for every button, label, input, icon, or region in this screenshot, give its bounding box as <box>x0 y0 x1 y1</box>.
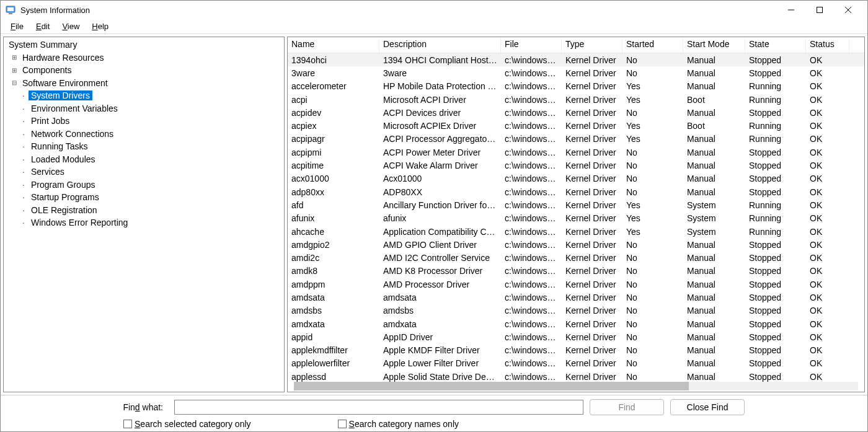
cell-type: Kernel Driver <box>562 68 622 78</box>
cell-start_mode: System <box>683 200 745 210</box>
find-input[interactable] <box>174 400 583 415</box>
cell-started: No <box>622 55 683 65</box>
table-row[interactable]: acpiexMicrosoft ACPIEx Driverc:\windows\… <box>288 119 864 132</box>
table-row[interactable]: amdsbsamdsbsc:\windows\s...Kernel Driver… <box>288 304 864 317</box>
cell-file: c:\windows\s... <box>501 332 562 342</box>
table-row[interactable]: ahcacheApplication Compatibility Cac...c… <box>288 225 864 238</box>
table-row[interactable]: adp80xxADP80XXc:\windows\s...Kernel Driv… <box>288 185 864 198</box>
cell-status: OK <box>806 253 849 263</box>
tree-root[interactable]: System Summary <box>4 38 284 51</box>
menu-view[interactable]: View <box>56 20 86 32</box>
collapse-icon[interactable]: ⊟ <box>10 79 19 87</box>
expand-icon[interactable]: ⊞ <box>10 53 19 62</box>
cell-description: Microsoft ACPI Driver <box>379 95 501 105</box>
cell-name: afd <box>288 200 379 210</box>
cell-type: Kernel Driver <box>562 345 622 355</box>
close-button[interactable] <box>834 1 862 19</box>
expand-icon[interactable]: ⊞ <box>10 66 19 74</box>
cell-state: Stopped <box>745 161 806 170</box>
find-button[interactable]: Find <box>590 399 664 415</box>
table-row[interactable]: applessdApple Solid State Drive Devicec:… <box>288 370 864 382</box>
table-row[interactable]: afdAncillary Function Driver for ...c:\w… <box>288 198 864 211</box>
table-row[interactable]: amdk8AMD K8 Processor Driverc:\windows\s… <box>288 265 864 278</box>
cell-name: adp80xx <box>288 187 379 197</box>
tree-item-loaded-modules[interactable]: ·Loaded Modules <box>4 153 284 166</box>
tree-item-services[interactable]: ·Services <box>4 165 284 179</box>
table-row[interactable]: accelerometerHP Mobile Data Protection S… <box>288 80 864 93</box>
table-row[interactable]: 1394ohci1394 OHCI Compliant Host C...c:\… <box>288 53 864 66</box>
tree-hardware[interactable]: ⊞ Hardware Resources <box>4 51 284 64</box>
cell-file: c:\windows\s... <box>501 134 562 144</box>
col-header-file[interactable]: File <box>501 37 562 53</box>
table-row[interactable]: amdgpio2AMD GPIO Client Driverc:\windows… <box>288 238 864 251</box>
tree-components[interactable]: ⊞ Components <box>4 64 284 77</box>
col-header-state[interactable]: State <box>745 37 806 53</box>
cell-started: No <box>622 280 683 289</box>
table-row[interactable]: amdppmAMD Processor Driverc:\windows\s..… <box>288 278 864 291</box>
maximize-button[interactable] <box>805 1 834 19</box>
menu-edit[interactable]: Edit <box>30 20 56 32</box>
menu-help[interactable]: Help <box>86 20 115 32</box>
table-row[interactable]: acpiMicrosoft ACPI Driverc:\windows\s...… <box>288 93 864 106</box>
menu-file[interactable]: File <box>4 20 30 32</box>
cell-status: OK <box>806 68 849 78</box>
table-row[interactable]: applelowerfilterApple Lower Filter Drive… <box>288 357 864 370</box>
cell-state: Running <box>745 213 806 223</box>
search-names-checkbox[interactable]: Search category names only <box>338 419 459 429</box>
table-row[interactable]: acpipmiACPI Power Meter Driverc:\windows… <box>288 146 864 159</box>
table-row[interactable]: afunixafunixc:\windows\s...Kernel Driver… <box>288 212 864 225</box>
horizontal-scrollbar[interactable] <box>294 382 858 390</box>
cell-file: c:\windows\s... <box>501 55 562 65</box>
table-row[interactable]: appidAppID Driverc:\windows\s...Kernel D… <box>288 330 864 343</box>
col-header-name[interactable]: Name <box>288 37 379 53</box>
tree-item-windows-error-reporting[interactable]: ·Windows Error Reporting <box>4 216 284 229</box>
table-row[interactable]: acpipagrACPI Processor Aggregator D...c:… <box>288 133 864 146</box>
cell-name: acpipmi <box>288 148 379 157</box>
tree-software-env-label: Software Environment <box>20 78 110 88</box>
table-row[interactable]: amdxataamdxatac:\windows\s...Kernel Driv… <box>288 317 864 330</box>
cell-type: Kernel Driver <box>562 55 622 65</box>
tree-panel[interactable]: System Summary ⊞ Hardware Resources ⊞ Co… <box>3 37 285 392</box>
table-row[interactable]: applekmdffilterApple KMDF Filter Driverc… <box>288 344 864 357</box>
col-header-start-mode[interactable]: Start Mode <box>683 37 745 53</box>
col-header-type[interactable]: Type <box>562 37 622 53</box>
cell-status: OK <box>806 306 849 315</box>
scrollbar-thumb[interactable] <box>294 382 689 390</box>
search-selected-checkbox[interactable]: Search selected category only <box>123 419 251 429</box>
cell-started: No <box>622 148 683 157</box>
tree-item-ole-registration[interactable]: ·OLE Registration <box>4 204 284 217</box>
col-header-description[interactable]: Description <box>379 37 501 53</box>
svg-rect-1 <box>7 7 14 11</box>
cell-name: acx01000 <box>288 174 379 183</box>
cell-description: amdxata <box>379 319 501 329</box>
table-row[interactable]: acpitimeACPI Wake Alarm Driverc:\windows… <box>288 159 864 172</box>
table-row[interactable]: acx01000Acx01000c:\windows\s...Kernel Dr… <box>288 172 864 185</box>
table-body[interactable]: 1394ohci1394 OHCI Compliant Host C...c:\… <box>288 53 864 382</box>
cell-file: c:\windows\s... <box>501 187 562 197</box>
tree-software-env[interactable]: ⊟ Software Environment <box>4 77 284 90</box>
tree-item-network-connections[interactable]: ·Network Connections <box>4 128 284 141</box>
cell-description: amdsata <box>379 293 501 302</box>
cell-file: c:\windows\s... <box>501 266 562 276</box>
tree-item-program-groups[interactable]: ·Program Groups <box>4 179 284 192</box>
table-row[interactable]: 3ware3warec:\windows\s...Kernel DriverNo… <box>288 66 864 79</box>
close-find-button[interactable]: Close Find <box>670 399 745 415</box>
table-row[interactable]: amdsataamdsatac:\windows\s...Kernel Driv… <box>288 291 864 304</box>
col-header-status[interactable]: Status <box>806 37 849 53</box>
minimize-button[interactable] <box>777 1 805 19</box>
table-row[interactable]: acpidevACPI Devices driverc:\windows\s..… <box>288 106 864 119</box>
tree-item-environment-variables[interactable]: ·Environment Variables <box>4 102 284 115</box>
cell-type: Kernel Driver <box>562 148 622 157</box>
cell-description: AMD GPIO Client Driver <box>379 240 501 250</box>
cell-status: OK <box>806 108 849 118</box>
tree-item-print-jobs[interactable]: ·Print Jobs <box>4 115 284 128</box>
table-row[interactable]: amdi2cAMD I2C Controller Servicec:\windo… <box>288 251 864 264</box>
tree-item-startup-programs[interactable]: ·Startup Programs <box>4 191 284 204</box>
cell-status: OK <box>806 372 849 382</box>
tree-item-label: Windows Error Reporting <box>29 218 130 227</box>
tree-item-system-drivers[interactable]: ·System Drivers <box>4 89 284 102</box>
tree-bullet-icon: · <box>21 205 26 215</box>
cell-name: amdxata <box>288 319 379 329</box>
tree-item-running-tasks[interactable]: ·Running Tasks <box>4 140 284 153</box>
col-header-started[interactable]: Started <box>622 37 683 53</box>
